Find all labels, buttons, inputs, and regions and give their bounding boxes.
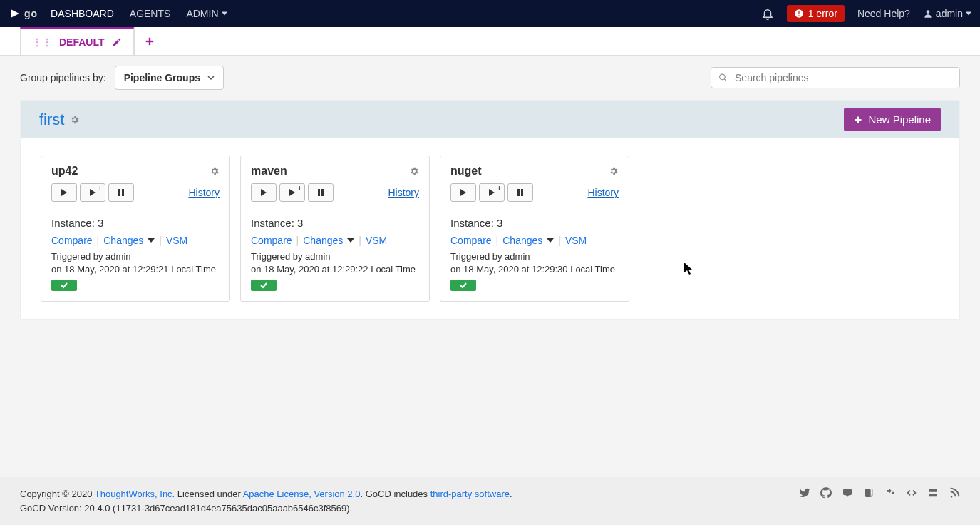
nav-admin[interactable]: ADMIN bbox=[186, 8, 227, 19]
tab-default-label: DEFAULT bbox=[59, 36, 105, 48]
svg-rect-21 bbox=[321, 189, 324, 196]
tab-default[interactable]: ⋮⋮ DEFAULT bbox=[20, 27, 134, 55]
triggered-on: on 18 May, 2020 at 12:29:21 Local Time bbox=[51, 263, 220, 276]
nav-dashboard[interactable]: DASHBOARD bbox=[51, 8, 114, 19]
history-link[interactable]: History bbox=[587, 187, 619, 198]
chevron-down-icon bbox=[222, 11, 227, 16]
caret-down-icon[interactable] bbox=[347, 237, 354, 244]
error-count: 1 error bbox=[808, 8, 837, 19]
compare-link[interactable]: Compare bbox=[51, 235, 93, 246]
triggered-by: Triggered by admin bbox=[450, 250, 619, 263]
pipeline-settings-icon[interactable] bbox=[609, 166, 619, 176]
svg-rect-25 bbox=[517, 189, 520, 196]
pipeline-name: maven bbox=[251, 165, 287, 178]
plus-icon bbox=[854, 116, 862, 124]
search-box[interactable] bbox=[711, 67, 960, 88]
instance-label: Instance: 3 bbox=[251, 217, 419, 229]
pause-button[interactable] bbox=[308, 183, 334, 202]
new-pipeline-button[interactable]: New Pipeline bbox=[844, 108, 941, 131]
svg-marker-18 bbox=[261, 189, 267, 196]
nav-user-label: admin bbox=[936, 8, 963, 19]
changes-link[interactable]: Changes bbox=[502, 235, 542, 246]
history-link[interactable]: History bbox=[388, 187, 419, 198]
triggered-on: on 18 May, 2020 at 12:29:22 Local Time bbox=[251, 263, 419, 276]
pause-button[interactable] bbox=[108, 183, 134, 202]
chevron-down-icon bbox=[966, 11, 971, 16]
group-settings-icon[interactable] bbox=[70, 115, 80, 125]
instance-label: Instance: 3 bbox=[450, 217, 619, 229]
vsm-link[interactable]: VSM bbox=[565, 235, 587, 246]
nav-help[interactable]: Need Help? bbox=[857, 8, 910, 19]
play-with-options-button[interactable]: + bbox=[479, 183, 505, 202]
svg-marker-13 bbox=[61, 189, 67, 196]
triggered-by: Triggered by admin bbox=[251, 250, 419, 263]
pipeline-settings-icon[interactable] bbox=[409, 166, 419, 176]
changes-link[interactable]: Changes bbox=[103, 235, 143, 246]
svg-marker-17 bbox=[148, 238, 155, 243]
svg-marker-27 bbox=[547, 238, 554, 243]
svg-marker-6 bbox=[966, 12, 971, 16]
play-button[interactable] bbox=[450, 183, 476, 202]
pipeline-settings-icon[interactable] bbox=[210, 166, 220, 176]
vsm-link[interactable]: VSM bbox=[166, 235, 187, 246]
svg-marker-24 bbox=[489, 189, 495, 196]
compare-link[interactable]: Compare bbox=[450, 235, 492, 246]
svg-rect-8 bbox=[145, 40, 153, 41]
history-link[interactable]: History bbox=[188, 187, 220, 198]
search-input[interactable] bbox=[735, 72, 952, 83]
nav-user[interactable]: admin bbox=[923, 8, 971, 19]
pipeline-card: nuget + History Instance: 3 Compare | Ch… bbox=[440, 156, 629, 302]
check-icon bbox=[260, 282, 267, 289]
play-with-options-button[interactable]: + bbox=[279, 183, 305, 202]
check-icon bbox=[460, 282, 467, 289]
svg-point-5 bbox=[927, 10, 930, 14]
svg-point-9 bbox=[720, 74, 726, 80]
group-by-select[interactable]: Pipeline Groups bbox=[115, 66, 224, 90]
triggered-on: on 18 May, 2020 at 12:29:30 Local Time bbox=[450, 263, 619, 276]
stage-status-passed[interactable] bbox=[51, 280, 77, 291]
edit-icon[interactable] bbox=[112, 37, 122, 47]
plus-icon bbox=[145, 36, 155, 46]
pipeline-group-panel: first New Pipeline up42 + Histor bbox=[20, 100, 960, 320]
svg-rect-26 bbox=[521, 189, 523, 196]
svg-rect-12 bbox=[855, 119, 862, 121]
changes-link[interactable]: Changes bbox=[303, 235, 343, 246]
toolbar: Group pipelines by: Pipeline Groups bbox=[0, 56, 980, 100]
chevron-down-icon bbox=[207, 74, 215, 81]
caret-down-icon[interactable] bbox=[148, 237, 155, 244]
vsm-link[interactable]: VSM bbox=[366, 235, 387, 246]
play-button[interactable] bbox=[251, 183, 277, 202]
pause-button[interactable] bbox=[507, 183, 533, 202]
caret-down-icon[interactable] bbox=[547, 237, 554, 244]
svg-marker-19 bbox=[289, 189, 295, 196]
play-with-options-button[interactable]: + bbox=[80, 183, 105, 202]
play-button[interactable] bbox=[51, 183, 77, 202]
svg-marker-1 bbox=[222, 12, 227, 16]
svg-marker-0 bbox=[11, 9, 19, 18]
pipeline-card: up42 + History Instance: 3 Compare | Cha… bbox=[41, 156, 230, 302]
stage-status-passed[interactable] bbox=[251, 280, 277, 291]
nav-admin-label: ADMIN bbox=[186, 8, 218, 19]
stage-status-passed[interactable] bbox=[450, 280, 476, 291]
svg-rect-20 bbox=[318, 189, 320, 196]
svg-rect-3 bbox=[798, 11, 799, 15]
check-icon bbox=[61, 282, 68, 289]
svg-marker-14 bbox=[90, 189, 96, 196]
error-pill[interactable]: 1 error bbox=[787, 5, 845, 22]
pipeline-group-header: first New Pipeline bbox=[21, 101, 959, 138]
svg-rect-16 bbox=[122, 189, 124, 196]
drag-handle-icon[interactable]: ⋮⋮ bbox=[32, 36, 52, 48]
compare-link[interactable]: Compare bbox=[251, 235, 292, 246]
tabstrip: ⋮⋮ DEFAULT bbox=[0, 27, 980, 56]
brand-text: go bbox=[24, 8, 38, 19]
group-by-label: Group pipelines by: bbox=[20, 72, 106, 83]
pipeline-name: nuget bbox=[450, 165, 482, 178]
pipeline-card: maven + History Instance: 3 Compare | Ch… bbox=[240, 156, 430, 302]
svg-marker-22 bbox=[347, 238, 354, 243]
add-tab-button[interactable] bbox=[134, 27, 165, 55]
brand-logo[interactable]: go bbox=[9, 7, 38, 20]
nav-agents[interactable]: AGENTS bbox=[130, 8, 171, 19]
notifications-icon[interactable] bbox=[761, 7, 774, 20]
pipeline-group-title[interactable]: first bbox=[39, 111, 64, 129]
pipeline-name: up42 bbox=[51, 165, 78, 178]
